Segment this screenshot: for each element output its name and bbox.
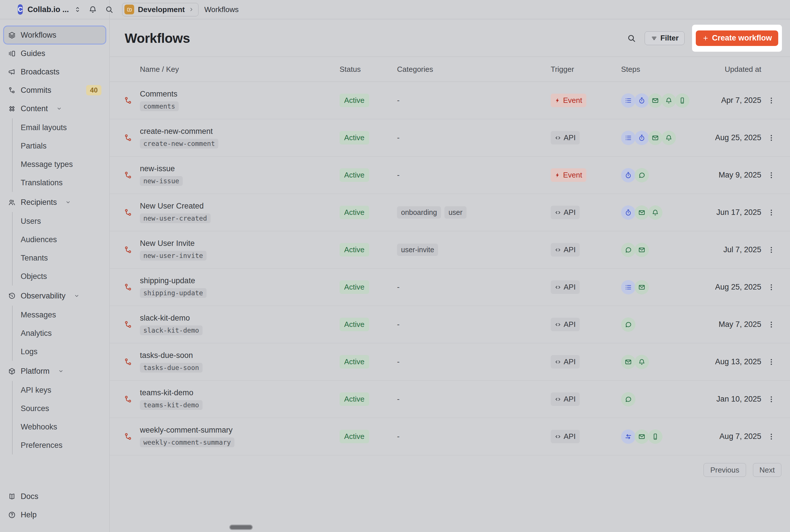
sidebar-item-commits[interactable]: Commits40	[4, 81, 105, 99]
api-code-icon	[555, 321, 561, 328]
sidebar-item-observability[interactable]: Observability	[4, 287, 105, 304]
sidebar-subitem-api-keys[interactable]: API keys	[21, 381, 105, 399]
updated-at: Aug 7, 2025	[713, 432, 761, 441]
step-bell-icon	[648, 205, 662, 220]
step-phone-icon	[675, 93, 690, 108]
table-row[interactable]: weekly-comment-summaryweekly-comment-sum…	[110, 418, 790, 455]
org-switcher[interactable]: C Collab.io ...	[0, 0, 110, 19]
table-row[interactable]: New User Invitenew-user-inviteActiveuser…	[110, 231, 790, 269]
notifications-bell-icon[interactable]	[89, 5, 97, 14]
sidebar-subitem-preferences[interactable]: Preferences	[21, 436, 105, 454]
sidebar-item-broadcasts[interactable]: Broadcasts	[4, 63, 105, 80]
sidebar-subitem-logs[interactable]: Logs	[21, 342, 105, 361]
chevron-down-icon[interactable]	[58, 368, 64, 374]
guides-icon	[8, 50, 16, 57]
row-actions-button[interactable]	[766, 431, 777, 442]
sidebar-subitem-email-layouts[interactable]: Email layouts	[21, 118, 105, 137]
sidebar-subitem-sources[interactable]: Sources	[21, 399, 105, 418]
updated-at: Aug 25, 2025	[713, 283, 761, 291]
sidebar-subitem-webhooks[interactable]: Webhooks	[21, 418, 105, 436]
table-row[interactable]: CommentscommentsActive-EventApr 7, 2025	[110, 82, 790, 119]
table-row[interactable]: create-new-commentcreate-new-commentActi…	[110, 119, 790, 156]
previous-button[interactable]: Previous	[704, 463, 746, 477]
step-timer-icon	[635, 93, 649, 108]
updated-at: Aug 25, 2025	[713, 133, 761, 142]
sidebar-subitem-audiences[interactable]: Audiences	[21, 230, 105, 249]
table-row[interactable]: tasks-due-soontasks-due-soonActive-APIAu…	[110, 343, 790, 381]
sidebar-item-workflows[interactable]: Workflows	[4, 26, 105, 44]
row-actions-button[interactable]	[766, 394, 777, 405]
sidebar-item-docs[interactable]: Docs	[4, 488, 105, 505]
chevron-down-icon[interactable]	[56, 106, 62, 112]
search-button[interactable]	[626, 33, 637, 44]
step-bell-icon	[661, 93, 676, 108]
sidebar-item-help[interactable]: Help	[4, 506, 105, 524]
environment-badge[interactable]: Development	[122, 3, 198, 16]
kebab-icon	[767, 395, 775, 403]
workflow-name: Comments	[140, 90, 340, 98]
chevron-down-icon[interactable]	[65, 200, 71, 205]
row-actions-button[interactable]	[766, 95, 777, 106]
kebab-icon	[767, 134, 775, 142]
row-actions-button[interactable]	[766, 244, 777, 256]
sidebar-item-platform[interactable]: Platform	[4, 362, 105, 380]
column-header-trigger: Trigger	[551, 65, 621, 74]
sidebar-subitem-translations[interactable]: Translations	[21, 173, 105, 192]
sidebar-item-label: Platform	[21, 367, 50, 376]
next-button[interactable]: Next	[753, 463, 782, 477]
sidebar-subitem-message-types[interactable]: Message types	[21, 155, 105, 173]
horizontal-scrollbar-thumb[interactable]	[229, 525, 253, 530]
api-code-icon	[555, 396, 561, 402]
status-badge: Active	[340, 168, 369, 182]
workflow-icon	[124, 246, 140, 254]
sidebar-subitem-partials[interactable]: Partials	[21, 137, 105, 155]
workflow-name-key: tasks-due-soontasks-due-soon	[140, 351, 340, 373]
kebab-icon	[767, 433, 775, 441]
updated-at: May 9, 2025	[713, 171, 761, 179]
row-actions-button[interactable]	[766, 319, 777, 330]
row-actions-button[interactable]	[766, 207, 777, 218]
sidebar-item-recipients[interactable]: Recipients	[4, 194, 105, 211]
sidebar-item-content[interactable]: Content	[4, 100, 105, 117]
workflow-name: weekly-comment-summary	[140, 426, 340, 435]
workflow-key-chip: create-new-comment	[140, 139, 218, 149]
table-row[interactable]: slack-kit-demoslack-kit-demoActive-APIMa…	[110, 306, 790, 343]
trigger-badge: API	[551, 280, 580, 294]
sidebar-subitem-tenants[interactable]: Tenants	[21, 249, 105, 267]
create-workflow-button[interactable]: Create workflow	[696, 31, 778, 46]
row-actions-button[interactable]	[766, 282, 777, 293]
breadcrumb: Development Workflows	[110, 0, 239, 19]
kebab-icon	[767, 358, 775, 366]
category-chip: user	[444, 206, 466, 218]
workflow-name-key: weekly-comment-summaryweekly-comment-sum…	[140, 426, 340, 447]
trigger-badge: API	[551, 355, 580, 368]
workflow-name: teams-kit-demo	[140, 388, 340, 397]
status-badge: Active	[340, 393, 369, 406]
row-actions-button[interactable]	[766, 170, 777, 181]
row-actions-button[interactable]	[766, 356, 777, 368]
table-row[interactable]: new-issuenew-issueActive-EventMay 9, 202…	[110, 156, 790, 194]
column-header-updated-at: Updated at	[713, 65, 761, 74]
row-actions-button[interactable]	[766, 132, 777, 144]
sidebar-item-guides[interactable]: Guides	[4, 45, 105, 62]
updated-at: May 7, 2025	[713, 320, 761, 329]
step-timer-icon	[621, 168, 635, 183]
kebab-icon	[767, 283, 775, 291]
workflow-key-chip: new-issue	[140, 176, 183, 186]
sidebar-subitem-messages[interactable]: Messages	[21, 306, 105, 324]
sidebar-subitem-analytics[interactable]: Analytics	[21, 324, 105, 342]
table-row[interactable]: teams-kit-demoteams-kit-demoActive-APIJa…	[110, 381, 790, 418]
step-chat-icon	[635, 168, 649, 183]
filter-button[interactable]: Filter	[644, 31, 685, 45]
status-badge: Active	[340, 430, 369, 443]
chevron-right-icon	[189, 6, 194, 12]
sidebar-subitem-objects[interactable]: Objects	[21, 267, 105, 286]
chevron-down-icon[interactable]	[74, 293, 80, 299]
table-row[interactable]: New User Creatednew-user-createdActiveon…	[110, 194, 790, 231]
sidebar-subitem-users[interactable]: Users	[21, 212, 105, 230]
create-workflow-highlight: Create workflow	[692, 25, 782, 52]
workflow-name-key: slack-kit-demoslack-kit-demo	[140, 314, 340, 335]
api-code-icon	[555, 209, 561, 216]
table-row[interactable]: shipping-updateshipping-updateActive-API…	[110, 269, 790, 306]
org-selector-updown-icon[interactable]	[74, 6, 81, 13]
